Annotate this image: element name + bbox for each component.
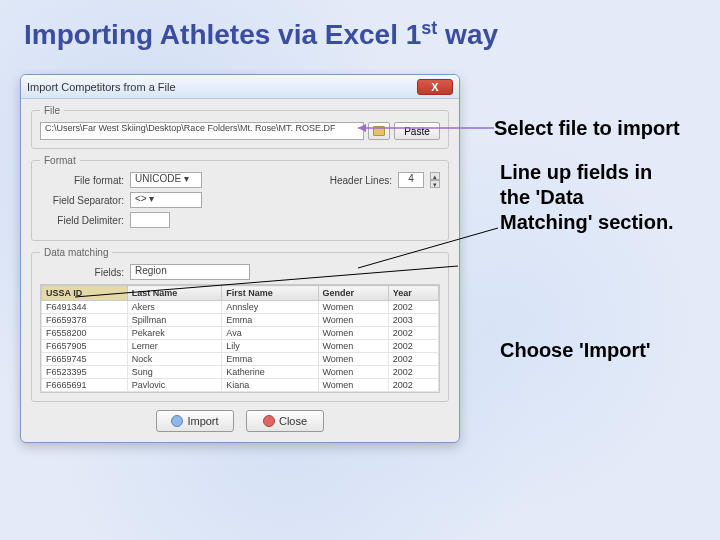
table-cell: 2003: [388, 314, 438, 327]
table-header-row: USSA IDLast NameFirst NameGenderYear: [42, 286, 439, 301]
table-cell: Spillman: [127, 314, 221, 327]
browse-file-button[interactable]: [368, 122, 390, 140]
table-cell: Women: [318, 301, 388, 314]
table-cell: F6665691: [42, 379, 128, 392]
table-row[interactable]: F6665691PavlovicKianaWomen2002: [42, 379, 439, 392]
header-lines-up[interactable]: ▴: [430, 172, 440, 180]
table-cell: Women: [318, 327, 388, 340]
table-cell: Women: [318, 314, 388, 327]
file-group-label: File: [40, 105, 64, 116]
table-cell: Women: [318, 340, 388, 353]
paste-button[interactable]: Paste: [394, 122, 440, 140]
table-cell: Emma: [222, 314, 318, 327]
import-dialog: Import Competitors from a File X File C:…: [20, 74, 460, 443]
fields-select[interactable]: Region: [130, 264, 250, 280]
table-cell: Akers: [127, 301, 221, 314]
folder-icon: [373, 126, 385, 136]
header-lines-down[interactable]: ▾: [430, 180, 440, 188]
table-cell: Nock: [127, 353, 221, 366]
format-group-label: Format: [40, 155, 80, 166]
file-format-label: File format:: [40, 175, 124, 186]
field-delimiter-label: Field Delimiter:: [40, 215, 124, 226]
column-header[interactable]: Year: [388, 286, 438, 301]
data-table: USSA IDLast NameFirst NameGenderYear F64…: [41, 285, 439, 392]
close-button[interactable]: Close: [246, 410, 324, 432]
table-cell: 2002: [388, 366, 438, 379]
column-header[interactable]: First Name: [222, 286, 318, 301]
column-header[interactable]: USSA ID: [42, 286, 128, 301]
import-button[interactable]: Import: [156, 410, 234, 432]
table-cell: 2002: [388, 301, 438, 314]
field-delimiter-input[interactable]: [130, 212, 170, 228]
slide-title-sup: st: [421, 18, 437, 38]
slide-title-pre: Importing Athletes via Excel 1: [24, 19, 421, 50]
table-row[interactable]: F6657905LernerLilyWomen2002: [42, 340, 439, 353]
data-matching-group-label: Data matching: [40, 247, 112, 258]
column-header[interactable]: Last Name: [127, 286, 221, 301]
table-cell: Katherine: [222, 366, 318, 379]
table-cell: 2002: [388, 379, 438, 392]
table-cell: 2002: [388, 340, 438, 353]
close-icon: [263, 415, 275, 427]
table-row[interactable]: F6558200PekarekAvaWomen2002: [42, 327, 439, 340]
field-separator-select[interactable]: <> ▾: [130, 192, 202, 208]
window-close-button[interactable]: X: [417, 79, 453, 95]
table-cell: Pekarek: [127, 327, 221, 340]
table-cell: Kiana: [222, 379, 318, 392]
table-cell: F6659378: [42, 314, 128, 327]
table-cell: Women: [318, 366, 388, 379]
annotation-choose-import: Choose 'Import': [500, 338, 680, 363]
header-lines-label: Header Lines:: [330, 175, 392, 186]
annotation-line-up: Line up fields in the 'Data Matching' se…: [500, 160, 680, 235]
table-row[interactable]: F6659378SpillmanEmmaWomen2003: [42, 314, 439, 327]
table-cell: F6558200: [42, 327, 128, 340]
table-cell: F6523395: [42, 366, 128, 379]
field-separator-label: Field Separator:: [40, 195, 124, 206]
annotation-select-file: Select file to import: [494, 116, 680, 141]
table-row[interactable]: F6491344AkersAnnsleyWomen2002: [42, 301, 439, 314]
import-icon: [171, 415, 183, 427]
slide-title-post: way: [437, 19, 498, 50]
data-matching-group: Data matching Fields: Region USSA IDLast…: [31, 247, 449, 402]
data-table-wrap: USSA IDLast NameFirst NameGenderYear F64…: [40, 284, 440, 393]
dialog-title: Import Competitors from a File: [27, 81, 176, 93]
table-cell: Lerner: [127, 340, 221, 353]
file-group: File C:\Users\Far West Skiing\Desktop\Ra…: [31, 105, 449, 149]
column-header[interactable]: Gender: [318, 286, 388, 301]
file-format-select[interactable]: UNICODE ▾: [130, 172, 202, 188]
table-cell: 2002: [388, 327, 438, 340]
table-cell: Lily: [222, 340, 318, 353]
action-bar: Import Close: [31, 410, 449, 432]
table-cell: Annsley: [222, 301, 318, 314]
table-cell: Ava: [222, 327, 318, 340]
table-cell: F6657905: [42, 340, 128, 353]
table-cell: Women: [318, 379, 388, 392]
header-lines-input[interactable]: 4: [398, 172, 424, 188]
fields-label: Fields:: [40, 267, 124, 278]
slide-title: Importing Athletes via Excel 1st way: [0, 0, 720, 63]
table-cell: Emma: [222, 353, 318, 366]
table-cell: 2002: [388, 353, 438, 366]
table-cell: F6491344: [42, 301, 128, 314]
table-row[interactable]: F6523395SungKatherineWomen2002: [42, 366, 439, 379]
format-group: Format File format: UNICODE ▾ Header Lin…: [31, 155, 449, 241]
table-cell: Pavlovic: [127, 379, 221, 392]
table-cell: Sung: [127, 366, 221, 379]
table-row[interactable]: F6659745NockEmmaWomen2002: [42, 353, 439, 366]
table-cell: F6659745: [42, 353, 128, 366]
dialog-titlebar: Import Competitors from a File X: [21, 75, 459, 99]
file-path-input[interactable]: C:\Users\Far West Skiing\Desktop\Race Fo…: [40, 122, 364, 140]
table-cell: Women: [318, 353, 388, 366]
